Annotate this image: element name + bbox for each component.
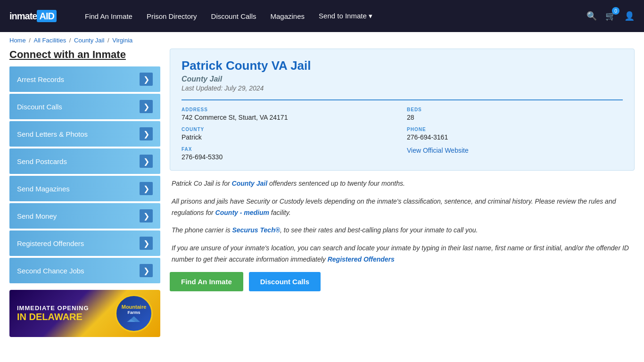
- breadcrumb-state[interactable]: Virginia: [112, 37, 132, 44]
- nav-find-inmate[interactable]: Find An Inmate: [85, 12, 132, 20]
- cart-badge: 0: [612, 7, 619, 15]
- ad-logo: Mountaire Farms: [115, 295, 153, 332]
- main-content: Patrick County VA Jail County Jail Last …: [170, 49, 635, 337]
- facility-type: County Jail: [182, 75, 623, 83]
- sidebar-item-label: Discount Calls: [17, 103, 62, 111]
- breadcrumb: Home / All Facilities / County Jail / Vi…: [0, 32, 644, 49]
- sidebar-item-label: Registered Offenders: [17, 239, 84, 247]
- main-nav: Find An Inmate Prison Directory Discount…: [85, 12, 572, 20]
- sidebar-item-send-postcards[interactable]: Send Postcards ❯: [9, 148, 160, 174]
- chevron-right-icon: ❯: [140, 127, 153, 140]
- breadcrumb-all-facilities[interactable]: All Facilities: [34, 37, 66, 44]
- sidebar-title: Connect with an Inmate: [9, 49, 160, 61]
- breadcrumb-sep1: /: [29, 37, 32, 44]
- ad-text: IMMEDIATE OPENING IN DELAWARE: [17, 304, 89, 322]
- breadcrumb-sep2: /: [69, 37, 73, 44]
- sidebar-item-discount-calls[interactable]: Discount Calls ❯: [9, 94, 160, 119]
- beds-label: BEDS: [407, 107, 623, 112]
- breadcrumb-county-jail[interactable]: County Jail: [74, 37, 104, 44]
- sidebar-item-label: Send Letters & Photos: [17, 130, 88, 138]
- fax-block: FAX 276-694-5330: [182, 147, 397, 161]
- logo-text: inmateAID: [9, 11, 57, 22]
- phone-block: PHONE 276-694-3161: [407, 127, 623, 141]
- desc-para2: All prisons and jails have Security or C…: [172, 196, 633, 219]
- ad-logo-name: Mountaire: [122, 304, 147, 310]
- beds-block: BEDS 28: [407, 107, 623, 121]
- official-website-link[interactable]: View Official Website: [407, 147, 469, 154]
- nav-discount-calls[interactable]: Discount Calls: [211, 12, 256, 20]
- facility-card: Patrick County VA Jail County Jail Last …: [170, 49, 635, 171]
- desc-para4: If you are unsure of your inmate's locat…: [172, 243, 633, 265]
- address-value: 742 Commerce St, Stuart, VA 24171: [182, 114, 397, 121]
- registered-offenders-link[interactable]: Registered Offenders: [328, 255, 395, 263]
- chevron-right-icon: ❯: [140, 100, 153, 113]
- county-value: Patrick: [182, 133, 397, 141]
- sidebar-item-send-money[interactable]: Send Money ❯: [9, 203, 160, 229]
- securus-tech-link[interactable]: Securus Tech®: [232, 226, 280, 234]
- sidebar-item-send-letters[interactable]: Send Letters & Photos ❯: [9, 121, 160, 147]
- nav-prison-directory[interactable]: Prison Directory: [147, 12, 197, 20]
- desc-para4-before: If you are unsure of your inmate's locat…: [172, 244, 629, 263]
- ad-delaware-text: IN DELAWARE: [17, 312, 89, 322]
- desc-para3: The phone carrier is Securus Tech®, to s…: [172, 225, 633, 236]
- sidebar-item-registered-offenders[interactable]: Registered Offenders ❯: [9, 230, 160, 256]
- chevron-right-icon: ❯: [140, 264, 153, 277]
- header-icons: 🔍 🛒 0 👤: [586, 11, 635, 21]
- fax-value: 276-694-5330: [182, 153, 397, 161]
- chevron-right-icon: ❯: [140, 237, 153, 250]
- desc-para2-after: facility.: [269, 209, 291, 216]
- desc-para3-after: , to see their rates and best-calling pl…: [280, 226, 478, 234]
- description-section: Patrick Co Jail is for County Jail offen…: [170, 178, 635, 265]
- county-jail-link[interactable]: County Jail: [232, 180, 267, 187]
- logo-aid: AID: [37, 10, 56, 22]
- ad-logo-sub: Farms: [127, 310, 140, 315]
- facility-name: Patrick County VA Jail: [182, 58, 623, 73]
- sidebar-item-send-magazines[interactable]: Send Magazines ❯: [9, 176, 160, 201]
- sidebar-item-label: Arrest Records: [17, 75, 64, 83]
- sidebar-item-second-chance-jobs[interactable]: Second Chance Jobs ❯: [9, 258, 160, 283]
- ad-immediate-text: IMMEDIATE OPENING: [17, 304, 89, 312]
- desc-para1: Patrick Co Jail is for County Jail offen…: [172, 178, 633, 189]
- facility-updated: Last Updated: July 29, 2024: [182, 84, 623, 92]
- sidebar-item-label: Second Chance Jobs: [17, 267, 84, 275]
- sidebar-menu: Arrest Records ❯ Discount Calls ❯ Send L…: [9, 66, 160, 283]
- cart-icon[interactable]: 🛒 0: [605, 11, 616, 21]
- mountain-icon: [127, 315, 141, 323]
- desc-para1-after: offenders sentenced up to twenty four mo…: [267, 180, 405, 187]
- county-medium-link[interactable]: County - medium: [215, 209, 269, 216]
- sidebar: Connect with an Inmate Arrest Records ❯ …: [9, 49, 160, 337]
- breadcrumb-home[interactable]: Home: [9, 37, 26, 44]
- header: inmateAID Find An Inmate Prison Director…: [0, 0, 644, 32]
- nav-send-to-inmate[interactable]: Send to Inmate ▾: [319, 12, 372, 20]
- phone-label: PHONE: [407, 127, 623, 132]
- fax-label: FAX: [182, 147, 397, 152]
- nav-magazines[interactable]: Magazines: [270, 12, 305, 20]
- breadcrumb-sep3: /: [107, 37, 111, 44]
- sidebar-item-label: Send Magazines: [17, 185, 70, 193]
- search-icon[interactable]: 🔍: [586, 11, 597, 21]
- chevron-right-icon: ❯: [140, 182, 153, 195]
- chevron-right-icon: ❯: [140, 73, 153, 86]
- logo-inmate: inmate: [9, 11, 37, 21]
- user-icon[interactable]: 👤: [624, 11, 635, 21]
- main-layout: Connect with an Inmate Arrest Records ❯ …: [0, 49, 644, 346]
- address-block: ADDRESS 742 Commerce St, Stuart, VA 2417…: [182, 107, 397, 121]
- chevron-right-icon: ❯: [140, 209, 153, 222]
- logo[interactable]: inmateAID: [9, 11, 71, 22]
- phone-value: 276-694-3161: [407, 133, 623, 141]
- county-block: COUNTY Patrick: [182, 127, 397, 141]
- website-block: View Official Website: [407, 147, 623, 161]
- cta-buttons: Find An Inmate Discount Calls: [170, 272, 635, 291]
- county-label: COUNTY: [182, 127, 397, 132]
- ad-banner[interactable]: IMMEDIATE OPENING IN DELAWARE Mountaire …: [9, 290, 160, 337]
- desc-para1-before: Patrick Co Jail is for: [172, 180, 232, 187]
- chevron-right-icon: ❯: [140, 155, 153, 168]
- sidebar-item-arrest-records[interactable]: Arrest Records ❯: [9, 66, 160, 92]
- find-inmate-button[interactable]: Find An Inmate: [170, 272, 243, 291]
- sidebar-item-label: Send Money: [17, 212, 57, 220]
- address-label: ADDRESS: [182, 107, 397, 112]
- discount-calls-button[interactable]: Discount Calls: [249, 272, 321, 291]
- sidebar-item-label: Send Postcards: [17, 157, 67, 165]
- desc-para3-before: The phone carrier is: [172, 226, 232, 234]
- beds-value: 28: [407, 114, 623, 121]
